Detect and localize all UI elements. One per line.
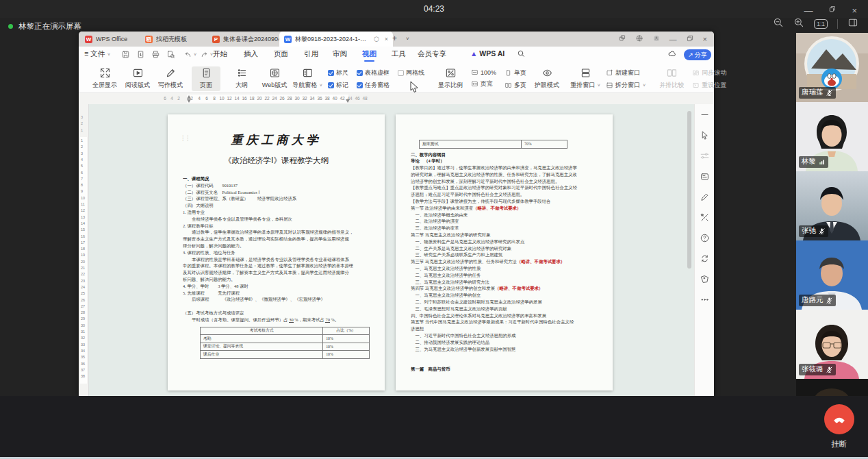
ribbon-100%[interactable]: 100% bbox=[471, 69, 496, 76]
menu-审阅[interactable]: 审阅 bbox=[333, 49, 347, 59]
sliders-icon[interactable] bbox=[700, 151, 710, 164]
cursor-icon[interactable] bbox=[700, 130, 710, 143]
document-page-1[interactable]: ⋮⋮ 重庆工商大学 《政治经济学Ⅰ》课程教学大纲 一、课程简况（一）课程代码 9… bbox=[168, 114, 385, 390]
ribbon-新建窗口[interactable]: 新建窗口 bbox=[606, 69, 646, 77]
ribbon-护眼模式[interactable]: 护眼模式 bbox=[535, 66, 559, 90]
participant-strip: 唐瑞莲林黎张驰唐路元张筱璐 bbox=[796, 33, 868, 396]
collapse-icon[interactable] bbox=[700, 110, 710, 123]
participant-tile-partial[interactable] bbox=[796, 379, 868, 396]
vertical-scrollbar[interactable] bbox=[687, 111, 691, 269]
wps-tab-2[interactable]: 稻找稻壳模板 bbox=[140, 32, 213, 47]
doc-line: 通过教学，使学生掌握政治经济学的基本原理及其对认识客观经济规律的指导意义， bbox=[183, 229, 370, 236]
sync-circle-icon[interactable]: ◯ bbox=[374, 36, 379, 42]
ribbon-拆分窗口[interactable]: 拆分窗口˅ bbox=[606, 81, 646, 90]
document-page-2[interactable]: 期末测试70% 二、教学内容纲目导论 （4 学时）【教学目的】通过学习，使学生掌… bbox=[396, 114, 613, 390]
layout-icon[interactable] bbox=[847, 17, 858, 31]
ribbon-写作模式[interactable]: 写作模式 bbox=[159, 66, 182, 90]
export-icon[interactable] bbox=[136, 50, 145, 60]
close-icon[interactable]: × bbox=[703, 35, 707, 43]
zoom-out-icon[interactable] bbox=[773, 17, 784, 31]
print-icon[interactable] bbox=[151, 50, 160, 60]
checkbox-标记[interactable]: 标记 bbox=[328, 81, 348, 90]
checkbox-标尺[interactable]: 标尺 bbox=[328, 69, 348, 77]
close-icon[interactable]: × bbox=[385, 36, 388, 42]
wps-ai-menu[interactable]: ▲ WPS AI bbox=[470, 49, 505, 58]
checkbox-表格虚框[interactable]: 表格虚框 bbox=[357, 69, 390, 77]
indent-marker[interactable] bbox=[187, 99, 191, 103]
fullscreen-icon bbox=[99, 66, 111, 79]
participant-name: 唐瑞莲 bbox=[802, 88, 824, 97]
vertical-ruler[interactable]: 3211234567891011121314151617181920212223… bbox=[79, 104, 89, 396]
restore-icon[interactable] bbox=[686, 34, 694, 44]
participant-tile-林黎[interactable]: 林黎 bbox=[796, 102, 868, 171]
restore-icon[interactable] bbox=[828, 5, 837, 16]
ruler-number: 14 bbox=[234, 96, 239, 101]
ribbon-阅读版式[interactable]: 阅读版式 bbox=[126, 66, 149, 90]
redo-icon[interactable] bbox=[200, 50, 209, 60]
globe-icon[interactable] bbox=[635, 34, 643, 44]
participant-tile-张筱璐[interactable]: 张筱璐 bbox=[796, 310, 868, 379]
doc-line bbox=[411, 352, 598, 359]
zoom-in-icon[interactable] bbox=[793, 17, 804, 31]
sync-icon[interactable] bbox=[700, 253, 710, 266]
checkbox-网格线[interactable]: 网格线 bbox=[398, 69, 424, 77]
cloud-sync-icon[interactable] bbox=[667, 49, 677, 60]
ribbon-全屏显示[interactable]: 全屏显示 bbox=[93, 66, 116, 90]
share-button[interactable]: ↗分享 bbox=[684, 49, 711, 60]
hangup-button[interactable]: 挂断 bbox=[824, 404, 854, 449]
search-icon[interactable] bbox=[517, 49, 526, 60]
ribbon-页面[interactable]: 页面 bbox=[192, 66, 220, 91]
print-preview-icon[interactable] bbox=[166, 50, 175, 60]
new-tab-button[interactable]: + bbox=[392, 34, 397, 43]
ribbon-重排窗口[interactable]: 重排窗口 ˅ bbox=[574, 66, 597, 90]
ruler-number: 3 bbox=[81, 151, 83, 156]
reset-icon bbox=[692, 82, 700, 89]
file-menu[interactable]: ≡ 文件 ˅ bbox=[84, 49, 110, 59]
doc-line: 全校经济学类各专业以及管理学类各专业，本科层次 bbox=[183, 216, 370, 223]
components-icon[interactable] bbox=[618, 34, 626, 44]
wps-tab-4[interactable]: W林黎0918-2023-2024-1-政…◯× bbox=[279, 32, 393, 47]
help-icon[interactable] bbox=[700, 233, 710, 246]
participant-name-badge: 林黎 bbox=[799, 156, 828, 168]
ribbon-页宽[interactable]: 页宽 bbox=[471, 79, 496, 88]
menu-开始[interactable]: 开始 bbox=[213, 49, 227, 59]
menu-工具[interactable]: 工具 bbox=[392, 49, 406, 59]
actual-size-button[interactable]: 1:1 bbox=[814, 19, 828, 29]
menu-会员专享[interactable]: 会员专享 bbox=[418, 49, 446, 59]
undo-icon[interactable] bbox=[183, 50, 192, 60]
tag-icon[interactable] bbox=[700, 274, 710, 287]
tools-icon[interactable] bbox=[700, 212, 710, 225]
ribbon-Web版式[interactable]: Web版式 bbox=[263, 66, 286, 90]
ribbon-label: 重排窗口 ˅ bbox=[570, 81, 600, 90]
ribbon-显示比例[interactable]: 显示比例 bbox=[439, 66, 462, 90]
ribbon-多页[interactable]: 多页 bbox=[505, 81, 526, 90]
indent-marker[interactable] bbox=[187, 95, 191, 99]
pen-icon[interactable] bbox=[700, 192, 710, 205]
participant-tile-唐路元[interactable]: 唐路元 bbox=[796, 240, 868, 310]
save-icon[interactable] bbox=[121, 50, 130, 60]
tab-list-chevron-icon[interactable]: ˅ bbox=[406, 36, 409, 42]
minimize-icon[interactable]: — bbox=[669, 35, 677, 43]
menu-视图[interactable]: 视图 bbox=[362, 49, 376, 59]
chevron-down-icon[interactable]: ˅ bbox=[194, 52, 196, 57]
close-icon[interactable]: × bbox=[852, 5, 857, 16]
checkbox-任务窗格[interactable]: 任务窗格 bbox=[357, 81, 390, 90]
menu-页面[interactable]: 页面 bbox=[274, 49, 288, 59]
menu-引用[interactable]: 引用 bbox=[304, 49, 318, 59]
ribbon-单页[interactable]: 单页 bbox=[505, 69, 526, 77]
horizontal-ruler[interactable]: 6422468101214161820222426283032343638404… bbox=[79, 93, 714, 105]
menu-插入[interactable]: 插入 bbox=[244, 49, 258, 59]
minimize-icon[interactable]: — bbox=[804, 5, 813, 16]
participant-tile-张驰[interactable]: 张驰 bbox=[796, 171, 868, 240]
account-icon[interactable] bbox=[652, 34, 661, 44]
more-icon[interactable] bbox=[700, 295, 710, 308]
stamp-icon[interactable] bbox=[700, 171, 710, 184]
wps-tab-1[interactable]: WWPS Office bbox=[80, 32, 146, 47]
participant-tile-唐瑞莲[interactable]: 唐瑞莲 bbox=[796, 33, 868, 102]
drag-handle-icon[interactable]: ⋮⋮ bbox=[180, 135, 190, 141]
ribbon-导航窗格[interactable]: 导航窗格 ˅ bbox=[296, 66, 319, 90]
indent-marker[interactable] bbox=[346, 99, 350, 103]
ruler-number: 30 bbox=[81, 323, 85, 327]
hamburger-icon: ≡ bbox=[84, 49, 88, 58]
ribbon-大纲[interactable]: 大纲 bbox=[230, 66, 253, 90]
